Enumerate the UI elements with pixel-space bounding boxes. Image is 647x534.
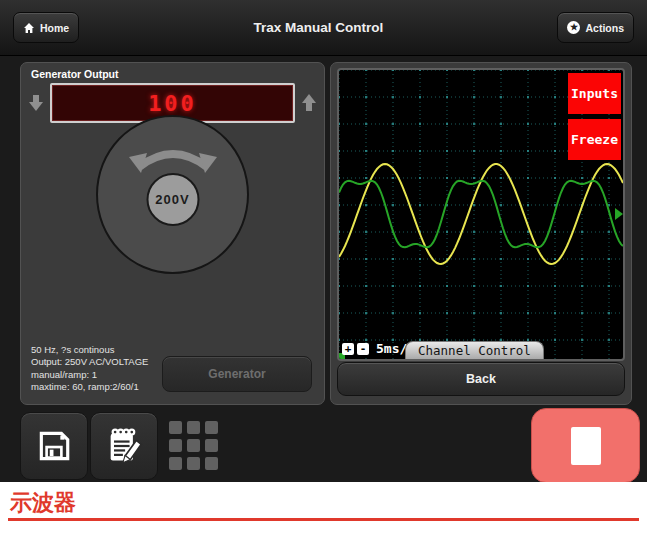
arrow-up-icon: [301, 93, 317, 113]
waveform-channel-1: [339, 164, 623, 264]
grid-menu-icon: [169, 421, 218, 470]
increase-button[interactable]: [299, 88, 319, 118]
channel-control-tab[interactable]: Channel Control: [405, 341, 544, 359]
inputs-button[interactable]: Inputs: [568, 73, 621, 114]
rotate-arrow-icon: [125, 139, 221, 177]
star-icon: ★: [567, 21, 580, 34]
led-display-value: 100: [148, 91, 197, 116]
freeze-button[interactable]: Freeze: [568, 119, 621, 160]
knob-value[interactable]: 200V: [146, 173, 199, 226]
notes-edit-icon: [104, 426, 144, 466]
timebase-decrease-button[interactable]: -: [357, 343, 369, 355]
page-title: Trax Manual Control: [79, 20, 557, 35]
generator-status-text: 50 Hz, ?s continous Output: 250V AC/VOLT…: [31, 344, 148, 394]
status-line: maxtime: 60, ramp:2/60/1: [31, 381, 148, 394]
back-button[interactable]: Back: [337, 362, 625, 396]
generator-panel: Generator Output 100: [20, 62, 325, 405]
caption-underline: [8, 518, 639, 521]
top-bar: Home Trax Manual Control ★ Actions: [0, 0, 647, 56]
arrow-down-icon: [28, 93, 44, 113]
scope-screen[interactable]: Inputs Freeze + - 5ms/div Channel Contro…: [337, 68, 625, 361]
status-line: manual/ramp: 1: [31, 369, 148, 382]
save-floppy-icon: [35, 427, 73, 465]
waveform-channel-2: [339, 181, 623, 247]
voltage-knob[interactable]: 200V: [96, 115, 249, 274]
stop-icon: [571, 427, 601, 465]
timebase-increase-button[interactable]: +: [342, 343, 354, 355]
actions-button[interactable]: ★ Actions: [557, 12, 634, 43]
home-button[interactable]: Home: [13, 12, 79, 43]
status-line: 50 Hz, ?s continous: [31, 344, 148, 357]
status-line: Output: 250V AC/VOLTAGE: [31, 356, 148, 369]
decrease-button[interactable]: [26, 88, 46, 118]
stop-button[interactable]: [531, 408, 640, 482]
generator-output-label: Generator Output: [31, 68, 119, 80]
page-caption: 示波器: [10, 490, 647, 514]
channel-marker-icon: [615, 208, 623, 220]
generator-button[interactable]: Generator: [162, 356, 312, 392]
app-window: Home Trax Manual Control ★ Actions Gener…: [0, 0, 647, 482]
home-button-label: Home: [40, 22, 69, 34]
actions-button-label: Actions: [585, 22, 624, 34]
knob-area: 200V: [21, 115, 324, 274]
oscilloscope-panel: Inputs Freeze + - 5ms/div Channel Contro…: [330, 62, 632, 405]
save-button[interactable]: [20, 412, 88, 480]
grid-menu-button[interactable]: [160, 412, 226, 478]
home-icon: [23, 22, 35, 34]
edit-notes-button[interactable]: [90, 412, 158, 480]
